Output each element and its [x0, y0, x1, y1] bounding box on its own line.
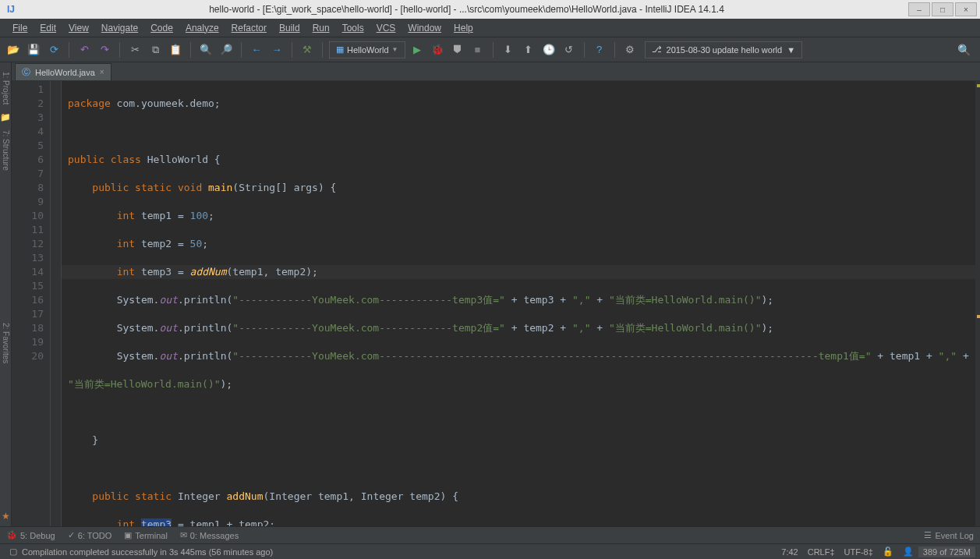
menu-refactor[interactable]: Refactor [225, 21, 273, 35]
menu-window[interactable]: Window [402, 21, 448, 35]
menu-vcs[interactable]: VCS [370, 21, 402, 35]
window-title: hello-world - [E:\git_work_space\hello-w… [25, 4, 908, 15]
status-tools-icon[interactable]: ▢ [5, 547, 22, 557]
open-icon[interactable]: 📂 [5, 41, 22, 58]
forward-icon[interactable]: → [268, 41, 285, 58]
event-log-tab[interactable]: ☰Event Log [924, 530, 974, 540]
memory-indicator[interactable]: 389 of 725M [918, 547, 975, 557]
git-branch-label: 2015-08-30 update hello world [667, 45, 783, 55]
terminal-icon: ▣ [124, 530, 132, 540]
vcs-commit-icon[interactable]: ⬆ [520, 41, 537, 58]
terminal-tool-tab[interactable]: ▣Terminal [124, 530, 168, 540]
run-config-label: HelloWorld [347, 45, 389, 55]
run-config-icon: ▦ [336, 44, 344, 55]
tool-project[interactable]: 1: Project [2, 67, 10, 109]
left-tool-stripe: 1: Project 📁 7: Structure 2: Favorites ★ [0, 62, 12, 526]
tool-structure[interactable]: 7: Structure [2, 126, 10, 175]
menu-help[interactable]: Help [448, 21, 479, 35]
replace-icon[interactable]: 🔎 [218, 41, 235, 58]
bottom-tool-stripe: 🐞5: Debug ✓6: TODO ▣Terminal ✉0: Message… [0, 526, 980, 543]
dropdown-icon: ▼ [787, 45, 795, 55]
editor-tab[interactable]: Ⓒ HelloWorld.java × [15, 63, 111, 80]
vcs-history-icon[interactable]: 🕒 [540, 41, 557, 58]
close-tab-icon[interactable]: × [100, 68, 104, 76]
search-everywhere-icon[interactable]: 🔍 [957, 44, 971, 56]
menu-build[interactable]: Build [273, 21, 306, 35]
save-icon[interactable]: 💾 [25, 41, 42, 58]
error-stripe[interactable] [975, 81, 980, 526]
find-icon[interactable]: 🔍 [197, 41, 214, 58]
menu-tools[interactable]: Tools [336, 21, 370, 35]
copy-icon[interactable]: ⧉ [147, 41, 164, 58]
paste-icon[interactable]: 📋 [167, 41, 184, 58]
minimize-button[interactable]: – [908, 2, 930, 16]
run-config-selector[interactable]: ▦ HelloWorld ▼ [329, 41, 405, 58]
maximize-button[interactable]: □ [932, 2, 953, 16]
git-branch-selector[interactable]: ⎇ 2015-08-30 update hello world ▼ [645, 41, 803, 58]
menu-view[interactable]: View [62, 21, 95, 35]
dropdown-icon: ▼ [392, 46, 398, 53]
undo-icon[interactable]: ↶ [76, 41, 93, 58]
run-icon[interactable]: ▶ [409, 41, 426, 58]
sync-icon[interactable]: ⟳ [45, 41, 62, 58]
menu-file[interactable]: File [6, 21, 34, 35]
build-icon[interactable]: ⚒ [299, 41, 316, 58]
readonly-lock-icon[interactable]: 🔓 [878, 547, 898, 557]
status-message: Compilation completed successfully in 3s… [22, 547, 777, 557]
bug-icon: 🐞 [6, 530, 17, 540]
caret-position[interactable]: 7:42 [777, 547, 802, 557]
app-logo-icon: IJ [3, 2, 19, 17]
project-icon: 📁 [0, 112, 11, 122]
debug-icon[interactable]: 🐞 [429, 41, 446, 58]
stop-icon[interactable]: ■ [469, 41, 486, 58]
menu-code[interactable]: Code [144, 21, 179, 35]
tab-label: HelloWorld.java [35, 68, 95, 77]
java-file-icon: Ⓒ [22, 66, 30, 78]
code-editor[interactable]: 123 456 789 101112 131415 161718 1920 pa… [12, 81, 980, 526]
code-body[interactable]: package com.youmeek.demo; public class H… [62, 81, 975, 526]
menu-edit[interactable]: Edit [34, 21, 62, 35]
debug-tool-tab[interactable]: 🐞5: Debug [6, 530, 55, 540]
git-branch-icon: ⎇ [652, 44, 662, 55]
menu-analyze[interactable]: Analyze [179, 21, 225, 35]
back-icon[interactable]: ← [248, 41, 265, 58]
statusbar: ▢ Compilation completed successfully in … [0, 543, 980, 559]
star-icon: ★ [2, 511, 10, 522]
warning-mark[interactable] [977, 84, 980, 87]
todo-tool-tab[interactable]: ✓6: TODO [68, 530, 112, 540]
tool-favorites[interactable]: 2: Favorites [2, 318, 10, 368]
todo-icon: ✓ [68, 530, 75, 540]
line-separator[interactable]: CRLF‡ [803, 547, 840, 557]
event-log-icon: ☰ [924, 530, 932, 540]
menu-navigate[interactable]: Navigate [95, 21, 144, 35]
close-button[interactable]: × [955, 2, 977, 16]
messages-tool-tab[interactable]: ✉0: Messages [180, 530, 239, 540]
menu-run[interactable]: Run [306, 21, 336, 35]
file-encoding[interactable]: UTF-8‡ [840, 547, 878, 557]
help-icon[interactable]: ? [591, 41, 608, 58]
line-number-gutter: 123 456 789 101112 131415 161718 1920 [12, 81, 51, 526]
fold-gutter[interactable] [51, 81, 62, 526]
vcs-revert-icon[interactable]: ↺ [561, 41, 578, 58]
editor-area: Ⓒ HelloWorld.java × 123 456 789 101112 1… [12, 62, 980, 526]
messages-icon: ✉ [180, 530, 187, 540]
cut-icon[interactable]: ✂ [126, 41, 143, 58]
menubar: File Edit View Navigate Code Analyze Ref… [0, 19, 980, 37]
hector-icon[interactable]: 👤 [898, 547, 918, 557]
editor-tabbar: Ⓒ HelloWorld.java × [12, 62, 980, 81]
coverage-icon[interactable]: ⛊ [449, 41, 466, 58]
toolbar: 📂 💾 ⟳ ↶ ↷ ✂ ⧉ 📋 🔍 🔎 ← → ⚒ ▦ HelloWorld ▼… [0, 37, 980, 62]
redo-icon[interactable]: ↷ [96, 41, 113, 58]
titlebar: IJ hello-world - [E:\git_work_space\hell… [0, 0, 980, 19]
vcs-update-icon[interactable]: ⬇ [500, 41, 517, 58]
settings-icon[interactable]: ⚙ [621, 41, 639, 58]
highlight-mark[interactable] [977, 315, 980, 318]
